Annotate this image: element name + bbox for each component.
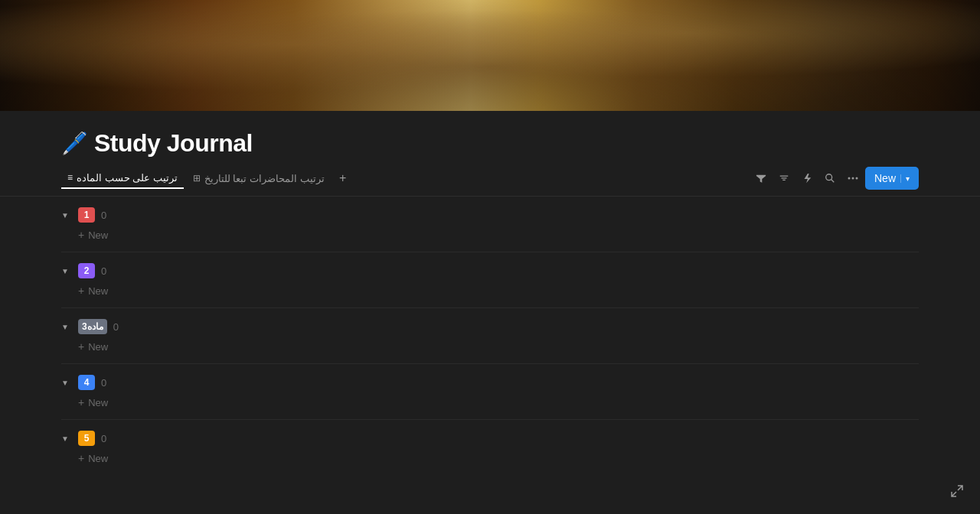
group-header-5[interactable]: ▼ 5 0: [61, 420, 919, 449]
group-new-label-3: New: [88, 341, 108, 353]
tab-by-date[interactable]: ⊞ ترتيب المحاضرات تبعا للتاريخ: [187, 169, 331, 188]
plus-icon-2: +: [78, 285, 84, 297]
new-button-label: New: [874, 172, 900, 184]
more-options-button[interactable]: [842, 168, 864, 189]
group-header-2[interactable]: ▼ 2 0: [61, 252, 919, 281]
group-section-5: ▼ 5 0 + New: [61, 420, 919, 475]
group-badge-5: 5: [78, 431, 95, 446]
group-count-2: 0: [101, 265, 106, 277]
hero-banner: [0, 0, 980, 111]
chevron-icon-1: ▼: [61, 211, 72, 220]
group-new-label-4: New: [88, 397, 108, 408]
plus-icon-5: +: [78, 452, 84, 464]
filter-button[interactable]: [750, 168, 772, 189]
corner-expand-button[interactable]: [946, 480, 968, 502]
chevron-icon-2: ▼: [61, 267, 72, 275]
toolbar-right: New ▾: [750, 167, 919, 190]
svg-point-2: [848, 177, 850, 180]
svg-line-1: [831, 180, 835, 183]
page-emoji: 🖊️: [61, 133, 88, 155]
group-new-4[interactable]: + New: [61, 393, 919, 419]
title-section: 🖊️ Study Journal: [61, 111, 919, 164]
group-new-1[interactable]: + New: [61, 226, 919, 252]
group-header-1[interactable]: ▼ 1 0: [61, 197, 919, 226]
new-dropdown-chevron[interactable]: ▾: [900, 174, 910, 183]
group-section-2: ▼ 2 0 + New: [61, 252, 919, 308]
group-new-5[interactable]: + New: [61, 449, 919, 475]
chevron-icon-4: ▼: [61, 379, 72, 387]
new-button[interactable]: New ▾: [865, 167, 919, 190]
group-count-4: 0: [101, 377, 106, 389]
svg-point-3: [851, 177, 854, 180]
toolbar-left: ≡ ترتيب على حسب الماده ⊞ ترتيب المحاضرات…: [61, 168, 352, 189]
group-badge-2: 2: [78, 263, 95, 278]
group-count-5: 0: [101, 433, 106, 444]
page-title: Study Journal: [94, 129, 253, 158]
tab-by-subject[interactable]: ≡ ترتيب على حسب الماده: [61, 168, 184, 189]
group-new-3[interactable]: + New: [61, 337, 919, 363]
svg-point-4: [855, 177, 858, 180]
group-new-label-1: New: [88, 229, 108, 241]
group-header-3[interactable]: ▼ ماده3 0: [61, 308, 919, 337]
page-content: 🖊️ Study Journal ≡ ترتيب على حسب الماده …: [0, 111, 980, 475]
group-section-1: ▼ 1 0 + New: [61, 197, 919, 252]
group-count-1: 0: [101, 210, 106, 221]
chevron-icon-5: ▼: [61, 434, 72, 443]
group-new-2[interactable]: + New: [61, 281, 919, 307]
groups-container: ▼ 1 0 + New ▼ 2 0 + New: [61, 197, 919, 475]
chevron-icon-3: ▼: [61, 323, 72, 331]
grid-icon: ⊞: [193, 173, 201, 184]
group-section-3: ▼ ماده3 0 + New: [61, 308, 919, 364]
svg-point-0: [826, 174, 832, 181]
plus-icon-4: +: [78, 396, 84, 408]
group-badge-3: ماده3: [78, 319, 107, 334]
search-button[interactable]: [819, 168, 841, 189]
group-new-label-2: New: [88, 285, 108, 297]
group-badge-4: 4: [78, 375, 95, 390]
group-count-3: 0: [113, 321, 119, 333]
lightning-button[interactable]: [796, 168, 818, 189]
group-header-4[interactable]: ▼ 4 0: [61, 364, 919, 393]
group-section-4: ▼ 4 0 + New: [61, 364, 919, 420]
list-icon: ≡: [67, 172, 73, 183]
plus-icon-1: +: [78, 229, 84, 241]
sort-button[interactable]: [773, 168, 795, 189]
plus-icon-3: +: [78, 340, 84, 353]
group-new-label-5: New: [88, 453, 108, 464]
group-badge-1: 1: [78, 207, 95, 223]
add-tab-button[interactable]: +: [334, 169, 352, 187]
tab-by-date-label: ترتيب المحاضرات تبعا للتاريخ: [204, 173, 325, 184]
toolbar: ≡ ترتيب على حسب الماده ⊞ ترتيب المحاضرات…: [61, 164, 919, 190]
tab-by-subject-label: ترتيب على حسب الماده: [77, 172, 178, 184]
